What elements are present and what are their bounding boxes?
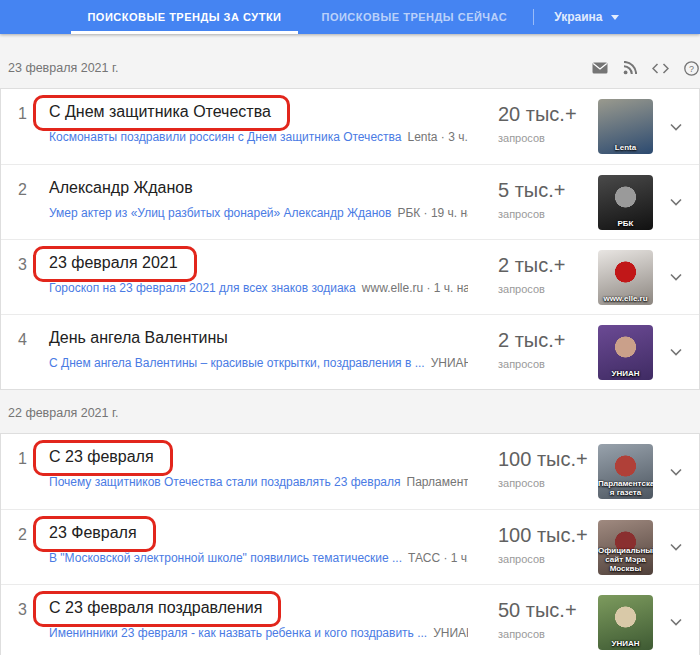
date-label: 22 февраля 2021 г. bbox=[8, 406, 118, 420]
thumbnail-source-label: www.elle.ru bbox=[598, 294, 653, 303]
trend-row[interactable]: 2 23 Февраля В "Московской электронной ш… bbox=[1, 509, 699, 584]
annotation-box: День ангела Валентины bbox=[33, 321, 247, 357]
trend-row[interactable]: 2 Александр Жданов Умер актер из «Улиц р… bbox=[1, 164, 699, 239]
trend-row[interactable]: 3 23 февраля 2021 Гороскоп на 23 февраля… bbox=[1, 239, 699, 314]
search-count: 2 тыс.+ запросов bbox=[468, 315, 598, 389]
trend-title[interactable]: С 23 февраля поздравления bbox=[49, 599, 262, 616]
region-label: Украина bbox=[554, 10, 602, 24]
expand-chevron-icon[interactable] bbox=[653, 585, 699, 655]
article-thumbnail[interactable]: Парламентска я газета bbox=[598, 444, 653, 499]
svg-text:?: ? bbox=[689, 63, 694, 73]
search-count: 100 тыс.+ запросов bbox=[468, 510, 598, 584]
trend-main: С Днем защитника Отечества Космонавты по… bbox=[49, 89, 468, 164]
search-count: 5 тыс.+ запросов bbox=[468, 165, 598, 239]
article-thumbnail[interactable]: УНИАН bbox=[598, 325, 653, 380]
article-link[interactable]: Почему защитников Отечества стали поздра… bbox=[49, 475, 401, 489]
tab-label: ПОИСКОВЫЕ ТРЕНДЫ ЗА СУТКИ bbox=[87, 11, 281, 23]
trend-title[interactable]: С 23 февраля bbox=[49, 448, 154, 465]
top-tab-bar: ПОИСКОВЫЕ ТРЕНДЫ ЗА СУТКИ ПОИСКОВЫЕ ТРЕН… bbox=[0, 0, 700, 34]
thumbnail-source-label: УНИАН bbox=[598, 369, 653, 378]
expand-chevron-icon[interactable] bbox=[653, 510, 699, 584]
email-subscribe-icon[interactable] bbox=[592, 62, 608, 74]
trend-main: 23 февраля 2021 Гороскоп на 23 февраля 2… bbox=[49, 240, 468, 314]
count-value: 2 тыс.+ bbox=[498, 329, 598, 352]
help-icon[interactable]: ? bbox=[684, 61, 699, 76]
article-link[interactable]: Космонавты поздравили россиян с Днем защ… bbox=[49, 130, 401, 144]
chevron-down-icon bbox=[611, 15, 619, 20]
trend-row[interactable]: 3 С 23 февраля поздравления Именинники 2… bbox=[1, 584, 699, 655]
count-value: 50 тыс.+ bbox=[498, 599, 598, 622]
thumbnail-source-label: Парламентска я газета bbox=[598, 479, 653, 497]
tab-daily-search-trends[interactable]: ПОИСКОВЫЕ ТРЕНДЫ ЗА СУТКИ bbox=[67, 0, 301, 34]
article-link[interactable]: С Днем ангела Валентины – красивые откры… bbox=[49, 356, 425, 370]
trend-row[interactable]: 1 С Днем защитника Отечества Космонавты … bbox=[1, 89, 699, 164]
count-value: 100 тыс.+ bbox=[498, 448, 598, 471]
article-thumbnail[interactable]: Lenta bbox=[598, 99, 653, 154]
search-count: 2 тыс.+ запросов bbox=[468, 240, 598, 314]
article-thumbnail[interactable]: www.elle.ru bbox=[598, 250, 653, 305]
count-label: запросов bbox=[498, 628, 598, 640]
date-header: 23 февраля 2021 г. ? bbox=[0, 55, 700, 81]
annotation-box: С 23 февраля bbox=[33, 440, 173, 476]
trend-title[interactable]: День ангела Валентины bbox=[49, 329, 228, 346]
annotation-box: С Днем защитника Отечества bbox=[33, 95, 290, 131]
annotation-box: Александр Жданов bbox=[33, 171, 212, 207]
annotation-box: 23 Февраля bbox=[33, 516, 156, 552]
date-label: 23 февраля 2021 г. bbox=[8, 61, 118, 75]
article-thumbnail[interactable]: УНИАН bbox=[598, 595, 653, 650]
count-label: запросов bbox=[498, 208, 598, 220]
thumbnail-source-label: РБК bbox=[598, 219, 653, 228]
annotation-box: 23 февраля 2021 bbox=[33, 246, 197, 282]
trend-row[interactable]: 4 День ангела Валентины С Днем ангела Ва… bbox=[1, 314, 699, 389]
expand-chevron-icon[interactable] bbox=[653, 240, 699, 314]
expand-chevron-icon[interactable] bbox=[653, 434, 699, 509]
trend-main: Александр Жданов Умер актер из «Улиц раз… bbox=[49, 165, 468, 239]
tabbar-divider bbox=[533, 9, 534, 25]
count-label: запросов bbox=[498, 358, 598, 370]
expand-chevron-icon[interactable] bbox=[653, 89, 699, 164]
date-header: 22 февраля 2021 г. bbox=[0, 400, 700, 426]
article-link[interactable]: Гороскоп на 23 февраля 2021 для всех зна… bbox=[49, 281, 356, 295]
search-count: 100 тыс.+ запросов bbox=[468, 434, 598, 509]
search-count: 20 тыс.+ запросов bbox=[468, 89, 598, 164]
annotation-box: С 23 февраля поздравления bbox=[33, 591, 281, 627]
count-value: 100 тыс.+ bbox=[498, 524, 598, 547]
trends-card-day2: 1 С 23 февраля Почему защитников Отечест… bbox=[0, 433, 700, 655]
thumbnail-source-label: Lenta bbox=[598, 143, 653, 152]
article-link[interactable]: В "Московской электронной школе" появили… bbox=[49, 551, 402, 565]
trend-title[interactable]: Александр Жданов bbox=[49, 179, 193, 196]
rss-feed-icon[interactable] bbox=[623, 61, 637, 75]
trend-title[interactable]: 23 февраля 2021 bbox=[49, 254, 178, 271]
count-label: запросов bbox=[498, 283, 598, 295]
thumbnail-source-label: Официальный сайт Мэра Москвы bbox=[598, 546, 653, 573]
trend-main: С 23 февраля поздравления Именинники 23 … bbox=[49, 585, 468, 655]
trend-main: С 23 февраля Почему защитников Отечества… bbox=[49, 434, 468, 509]
toolbar-icons: ? bbox=[592, 61, 699, 76]
trends-card-day1: 1 С Днем защитника Отечества Космонавты … bbox=[0, 88, 700, 390]
trend-title[interactable]: 23 Февраля bbox=[49, 524, 137, 541]
article-link[interactable]: Умер актер из «Улиц разбитых фонарей» Ал… bbox=[49, 206, 391, 220]
expand-chevron-icon[interactable] bbox=[653, 165, 699, 239]
count-value: 20 тыс.+ bbox=[498, 103, 598, 126]
region-selector[interactable]: Украина bbox=[540, 0, 632, 34]
embed-code-icon[interactable] bbox=[652, 63, 669, 74]
count-label: запросов bbox=[498, 132, 598, 144]
count-label: запросов bbox=[498, 553, 598, 565]
count-value: 5 тыс.+ bbox=[498, 179, 598, 202]
article-thumbnail[interactable]: Официальный сайт Мэра Москвы bbox=[598, 520, 653, 575]
tab-realtime-search-trends[interactable]: ПОИСКОВЫЕ ТРЕНДЫ СЕЙЧАС bbox=[302, 0, 528, 34]
trend-title[interactable]: С Днем защитника Отечества bbox=[49, 103, 271, 120]
count-label: запросов bbox=[498, 477, 598, 489]
thumbnail-source-label: УНИАН bbox=[598, 639, 653, 648]
count-value: 2 тыс.+ bbox=[498, 254, 598, 277]
search-count: 50 тыс.+ запросов bbox=[468, 585, 598, 655]
trend-main: День ангела Валентины С Днем ангела Вале… bbox=[49, 315, 468, 389]
tab-label: ПОИСКОВЫЕ ТРЕНДЫ СЕЙЧАС bbox=[322, 11, 508, 23]
article-thumbnail[interactable]: РБК bbox=[598, 175, 653, 230]
trend-row[interactable]: 1 С 23 февраля Почему защитников Отечест… bbox=[1, 434, 699, 509]
expand-chevron-icon[interactable] bbox=[653, 315, 699, 389]
trend-main: 23 Февраля В "Московской электронной шко… bbox=[49, 510, 468, 584]
article-link[interactable]: Именинники 23 февраля - как назвать ребе… bbox=[49, 626, 427, 640]
